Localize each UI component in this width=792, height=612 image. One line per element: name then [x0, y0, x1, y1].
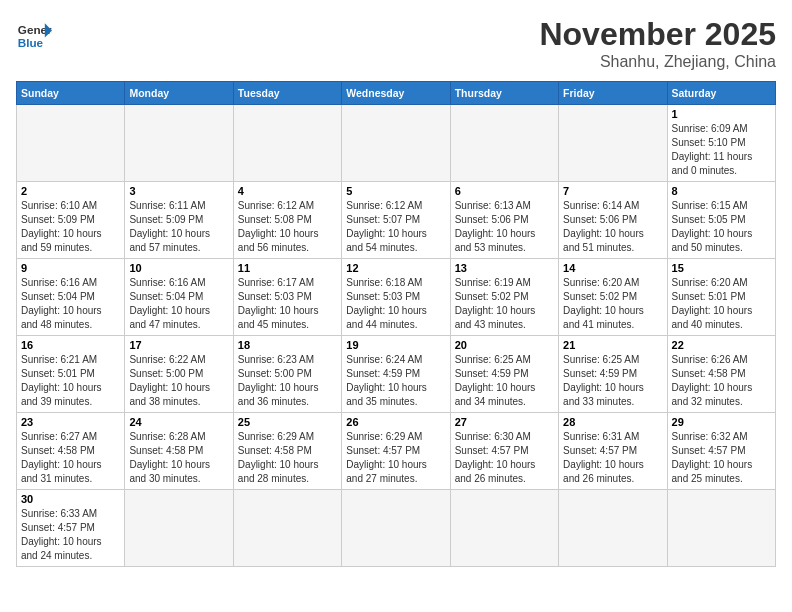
- day-info: Sunrise: 6:27 AMSunset: 4:58 PMDaylight:…: [21, 430, 120, 486]
- calendar-cell: 30Sunrise: 6:33 AMSunset: 4:57 PMDayligh…: [17, 490, 125, 567]
- day-info: Sunrise: 6:30 AMSunset: 4:57 PMDaylight:…: [455, 430, 554, 486]
- calendar-table: SundayMondayTuesdayWednesdayThursdayFrid…: [16, 81, 776, 567]
- day-number: 20: [455, 339, 554, 351]
- day-info: Sunrise: 6:26 AMSunset: 4:58 PMDaylight:…: [672, 353, 771, 409]
- day-number: 7: [563, 185, 662, 197]
- calendar-cell: [342, 105, 450, 182]
- day-info: Sunrise: 6:22 AMSunset: 5:00 PMDaylight:…: [129, 353, 228, 409]
- calendar-subtitle: Shanhu, Zhejiang, China: [539, 53, 776, 71]
- calendar-cell: [125, 105, 233, 182]
- calendar-cell: 21Sunrise: 6:25 AMSunset: 4:59 PMDayligh…: [559, 336, 667, 413]
- day-number: 3: [129, 185, 228, 197]
- calendar-cell: 10Sunrise: 6:16 AMSunset: 5:04 PMDayligh…: [125, 259, 233, 336]
- day-number: 9: [21, 262, 120, 274]
- calendar-cell: 3Sunrise: 6:11 AMSunset: 5:09 PMDaylight…: [125, 182, 233, 259]
- day-info: Sunrise: 6:20 AMSunset: 5:01 PMDaylight:…: [672, 276, 771, 332]
- calendar-cell: 4Sunrise: 6:12 AMSunset: 5:08 PMDaylight…: [233, 182, 341, 259]
- day-info: Sunrise: 6:15 AMSunset: 5:05 PMDaylight:…: [672, 199, 771, 255]
- calendar-cell: 13Sunrise: 6:19 AMSunset: 5:02 PMDayligh…: [450, 259, 558, 336]
- calendar-cell: 2Sunrise: 6:10 AMSunset: 5:09 PMDaylight…: [17, 182, 125, 259]
- day-number: 16: [21, 339, 120, 351]
- day-number: 29: [672, 416, 771, 428]
- day-info: Sunrise: 6:31 AMSunset: 4:57 PMDaylight:…: [563, 430, 662, 486]
- day-number: 17: [129, 339, 228, 351]
- calendar-cell: 29Sunrise: 6:32 AMSunset: 4:57 PMDayligh…: [667, 413, 775, 490]
- calendar-cell: 1Sunrise: 6:09 AMSunset: 5:10 PMDaylight…: [667, 105, 775, 182]
- calendar-cell: 14Sunrise: 6:20 AMSunset: 5:02 PMDayligh…: [559, 259, 667, 336]
- calendar-header: SundayMondayTuesdayWednesdayThursdayFrid…: [17, 82, 776, 105]
- day-info: Sunrise: 6:32 AMSunset: 4:57 PMDaylight:…: [672, 430, 771, 486]
- day-info: Sunrise: 6:28 AMSunset: 4:58 PMDaylight:…: [129, 430, 228, 486]
- calendar-cell: 27Sunrise: 6:30 AMSunset: 4:57 PMDayligh…: [450, 413, 558, 490]
- day-info: Sunrise: 6:14 AMSunset: 5:06 PMDaylight:…: [563, 199, 662, 255]
- day-number: 5: [346, 185, 445, 197]
- day-info: Sunrise: 6:13 AMSunset: 5:06 PMDaylight:…: [455, 199, 554, 255]
- day-number: 26: [346, 416, 445, 428]
- day-number: 6: [455, 185, 554, 197]
- calendar-cell: 11Sunrise: 6:17 AMSunset: 5:03 PMDayligh…: [233, 259, 341, 336]
- calendar-cell: 8Sunrise: 6:15 AMSunset: 5:05 PMDaylight…: [667, 182, 775, 259]
- day-number: 24: [129, 416, 228, 428]
- calendar-cell: [559, 105, 667, 182]
- day-number: 22: [672, 339, 771, 351]
- day-info: Sunrise: 6:24 AMSunset: 4:59 PMDaylight:…: [346, 353, 445, 409]
- weekday-header: Wednesday: [342, 82, 450, 105]
- day-info: Sunrise: 6:10 AMSunset: 5:09 PMDaylight:…: [21, 199, 120, 255]
- calendar-cell: [233, 490, 341, 567]
- day-info: Sunrise: 6:12 AMSunset: 5:08 PMDaylight:…: [238, 199, 337, 255]
- calendar-cell: 12Sunrise: 6:18 AMSunset: 5:03 PMDayligh…: [342, 259, 450, 336]
- calendar-cell: 20Sunrise: 6:25 AMSunset: 4:59 PMDayligh…: [450, 336, 558, 413]
- calendar-cell: [450, 490, 558, 567]
- day-info: Sunrise: 6:23 AMSunset: 5:00 PMDaylight:…: [238, 353, 337, 409]
- day-info: Sunrise: 6:16 AMSunset: 5:04 PMDaylight:…: [129, 276, 228, 332]
- day-number: 11: [238, 262, 337, 274]
- calendar-body: 1Sunrise: 6:09 AMSunset: 5:10 PMDaylight…: [17, 105, 776, 567]
- calendar-cell: 15Sunrise: 6:20 AMSunset: 5:01 PMDayligh…: [667, 259, 775, 336]
- calendar-cell: [559, 490, 667, 567]
- calendar-cell: 16Sunrise: 6:21 AMSunset: 5:01 PMDayligh…: [17, 336, 125, 413]
- calendar-cell: 18Sunrise: 6:23 AMSunset: 5:00 PMDayligh…: [233, 336, 341, 413]
- day-number: 19: [346, 339, 445, 351]
- day-number: 25: [238, 416, 337, 428]
- calendar-cell: 26Sunrise: 6:29 AMSunset: 4:57 PMDayligh…: [342, 413, 450, 490]
- calendar-cell: [342, 490, 450, 567]
- logo: General Blue: [16, 16, 52, 52]
- day-number: 2: [21, 185, 120, 197]
- calendar-cell: [667, 490, 775, 567]
- calendar-cell: 23Sunrise: 6:27 AMSunset: 4:58 PMDayligh…: [17, 413, 125, 490]
- day-info: Sunrise: 6:17 AMSunset: 5:03 PMDaylight:…: [238, 276, 337, 332]
- day-info: Sunrise: 6:19 AMSunset: 5:02 PMDaylight:…: [455, 276, 554, 332]
- page-header: General Blue November 2025 Shanhu, Zheji…: [16, 16, 776, 71]
- day-number: 18: [238, 339, 337, 351]
- weekday-header: Monday: [125, 82, 233, 105]
- calendar-cell: [125, 490, 233, 567]
- day-number: 28: [563, 416, 662, 428]
- svg-text:Blue: Blue: [18, 36, 44, 49]
- weekday-header: Thursday: [450, 82, 558, 105]
- calendar-cell: [450, 105, 558, 182]
- day-info: Sunrise: 6:29 AMSunset: 4:58 PMDaylight:…: [238, 430, 337, 486]
- day-info: Sunrise: 6:25 AMSunset: 4:59 PMDaylight:…: [563, 353, 662, 409]
- weekday-header: Sunday: [17, 82, 125, 105]
- day-info: Sunrise: 6:18 AMSunset: 5:03 PMDaylight:…: [346, 276, 445, 332]
- calendar-cell: [17, 105, 125, 182]
- day-info: Sunrise: 6:33 AMSunset: 4:57 PMDaylight:…: [21, 507, 120, 563]
- calendar-cell: 6Sunrise: 6:13 AMSunset: 5:06 PMDaylight…: [450, 182, 558, 259]
- calendar-cell: 28Sunrise: 6:31 AMSunset: 4:57 PMDayligh…: [559, 413, 667, 490]
- day-number: 13: [455, 262, 554, 274]
- day-number: 21: [563, 339, 662, 351]
- day-number: 23: [21, 416, 120, 428]
- calendar-cell: 5Sunrise: 6:12 AMSunset: 5:07 PMDaylight…: [342, 182, 450, 259]
- day-number: 15: [672, 262, 771, 274]
- calendar-title: November 2025: [539, 16, 776, 53]
- day-number: 8: [672, 185, 771, 197]
- day-info: Sunrise: 6:12 AMSunset: 5:07 PMDaylight:…: [346, 199, 445, 255]
- logo-icon: General Blue: [16, 16, 52, 52]
- calendar-cell: 9Sunrise: 6:16 AMSunset: 5:04 PMDaylight…: [17, 259, 125, 336]
- day-number: 4: [238, 185, 337, 197]
- day-info: Sunrise: 6:29 AMSunset: 4:57 PMDaylight:…: [346, 430, 445, 486]
- day-number: 1: [672, 108, 771, 120]
- day-info: Sunrise: 6:21 AMSunset: 5:01 PMDaylight:…: [21, 353, 120, 409]
- day-number: 27: [455, 416, 554, 428]
- calendar-cell: 7Sunrise: 6:14 AMSunset: 5:06 PMDaylight…: [559, 182, 667, 259]
